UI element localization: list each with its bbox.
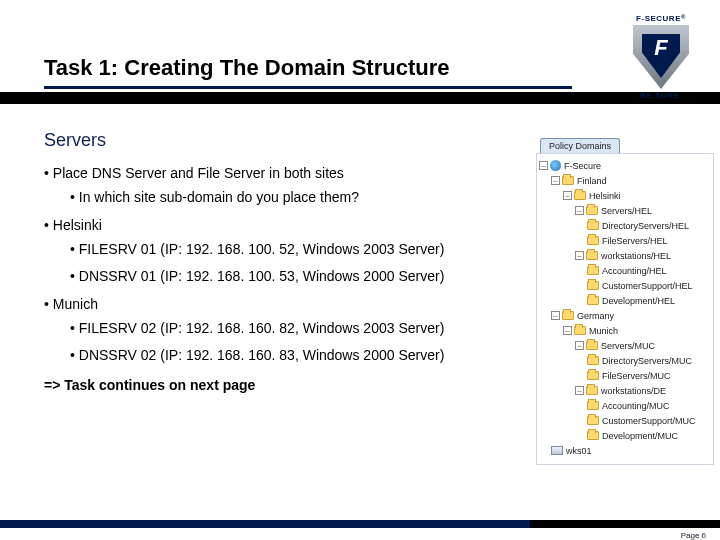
registered-mark: ® — [681, 14, 686, 20]
tree-node[interactable]: Accounting/MUC — [539, 398, 711, 413]
footer-bar — [0, 520, 720, 528]
bullet-item: DNSSRV 02 (IP: 192. 168. 160. 83, Window… — [70, 347, 524, 365]
tree-node[interactable]: –Finland — [539, 173, 711, 188]
slide-header: Task 1: Creating The Domain Structure F-… — [0, 0, 720, 98]
tree-label: Accounting/HEL — [602, 266, 667, 276]
tree-label: FileServers/HEL — [602, 236, 668, 246]
tree-label: Helsinki — [589, 191, 621, 201]
tree-label: DirectoryServers/MUC — [602, 356, 692, 366]
bullet-list: Place DNS Server and File Server in both… — [44, 165, 524, 365]
folder-icon — [587, 266, 599, 275]
brand-tagline: BE SURE. — [618, 91, 704, 100]
folder-icon — [587, 281, 599, 290]
folder-icon — [587, 416, 599, 425]
tree-label: Development/MUC — [602, 431, 678, 441]
folder-icon — [586, 341, 598, 350]
tree-body: –F-Secure –Finland –Helsinki –Servers/HE… — [536, 153, 714, 465]
tree-label: Development/HEL — [602, 296, 675, 306]
brand-name-text: F-SECURE — [636, 14, 681, 23]
bullet-item: FILESRV 02 (IP: 192. 168. 160. 82, Windo… — [70, 320, 524, 338]
tree-label: CustomerSupport/MUC — [602, 416, 696, 426]
tree-node[interactable]: –workstations/HEL — [539, 248, 711, 263]
folder-icon — [587, 296, 599, 305]
bullet-text: Place DNS Server and File Server in both… — [53, 165, 344, 181]
tree-label: Accounting/MUC — [602, 401, 670, 411]
tree-node[interactable]: CustomerSupport/HEL — [539, 278, 711, 293]
folder-icon — [562, 176, 574, 185]
tree-label: workstations/DE — [601, 386, 666, 396]
tree-label: DirectoryServers/HEL — [602, 221, 689, 231]
folder-icon — [587, 236, 599, 245]
bullet-item: FILESRV 01 (IP: 192. 168. 100. 52, Windo… — [70, 241, 524, 259]
tree-node[interactable]: FileServers/MUC — [539, 368, 711, 383]
collapse-icon[interactable]: – — [551, 311, 560, 320]
bullet-item: DNSSRV 01 (IP: 192. 168. 100. 53, Window… — [70, 268, 524, 286]
tree-label: wks01 — [566, 446, 592, 456]
tree-node[interactable]: –Munich — [539, 323, 711, 338]
header-band — [0, 92, 720, 104]
tree-tab[interactable]: Policy Domains — [540, 138, 620, 153]
collapse-icon[interactable]: – — [575, 206, 584, 215]
tree-label: Servers/HEL — [601, 206, 652, 216]
folder-icon — [587, 356, 599, 365]
page-number: Page 6 — [681, 531, 706, 540]
collapse-icon[interactable]: – — [575, 251, 584, 260]
tree-label: Finland — [577, 176, 607, 186]
folder-icon — [587, 221, 599, 230]
folder-icon — [586, 251, 598, 260]
bullet-text: Helsinki — [53, 217, 102, 233]
tree-label: workstations/HEL — [601, 251, 671, 261]
section-heading: Servers — [44, 130, 524, 151]
collapse-icon[interactable]: – — [563, 191, 572, 200]
folder-icon — [562, 311, 574, 320]
folder-icon — [574, 326, 586, 335]
bullet-item: Place DNS Server and File Server in both… — [44, 165, 524, 207]
folder-icon — [587, 431, 599, 440]
tree-label: Servers/MUC — [601, 341, 655, 351]
tree-node-root[interactable]: –F-Secure — [539, 158, 711, 173]
tree-node[interactable]: –Servers/MUC — [539, 338, 711, 353]
slide-title: Task 1: Creating The Domain Structure — [44, 55, 449, 81]
brand-logo: F-SECURE® BE SURE. — [618, 14, 704, 100]
tree-node[interactable]: FileServers/HEL — [539, 233, 711, 248]
shield-icon — [633, 25, 689, 89]
continues-note: => Task continues on next page — [44, 377, 524, 393]
folder-icon — [587, 371, 599, 380]
tree-node[interactable]: –workstations/DE — [539, 383, 711, 398]
tree-node[interactable]: DirectoryServers/HEL — [539, 218, 711, 233]
tree-node[interactable]: DirectoryServers/MUC — [539, 353, 711, 368]
tree-label: FileServers/MUC — [602, 371, 671, 381]
tree-label: Germany — [577, 311, 614, 321]
collapse-icon[interactable]: – — [563, 326, 572, 335]
bullet-item: In which site sub-domain do you place th… — [70, 189, 524, 207]
collapse-icon[interactable]: – — [575, 341, 584, 350]
tree-node[interactable]: –Germany — [539, 308, 711, 323]
tree-label: F-Secure — [564, 161, 601, 171]
collapse-icon[interactable]: – — [551, 176, 560, 185]
tree-node[interactable]: –Servers/HEL — [539, 203, 711, 218]
bullet-text: Munich — [53, 296, 98, 312]
tree-label: Munich — [589, 326, 618, 336]
tree-node[interactable]: Accounting/HEL — [539, 263, 711, 278]
folder-icon — [587, 401, 599, 410]
bullet-item: Helsinki FILESRV 01 (IP: 192. 168. 100. … — [44, 217, 524, 286]
tree-node[interactable]: CustomerSupport/MUC — [539, 413, 711, 428]
folder-icon — [574, 191, 586, 200]
tree-label: CustomerSupport/HEL — [602, 281, 693, 291]
host-icon — [551, 446, 563, 455]
content-area: Servers Place DNS Server and File Server… — [44, 130, 524, 393]
title-underline — [44, 86, 572, 89]
folder-icon — [586, 206, 598, 215]
collapse-icon[interactable]: – — [575, 386, 584, 395]
domain-tree-panel: Policy Domains –F-Secure –Finland –Helsi… — [536, 138, 714, 465]
collapse-icon[interactable]: – — [539, 161, 548, 170]
brand-name: F-SECURE® — [618, 14, 704, 23]
tree-node[interactable]: Development/HEL — [539, 293, 711, 308]
tree-node[interactable]: Development/MUC — [539, 428, 711, 443]
tree-node[interactable]: –Helsinki — [539, 188, 711, 203]
globe-icon — [550, 160, 561, 171]
bullet-item: Munich FILESRV 02 (IP: 192. 168. 160. 82… — [44, 296, 524, 365]
folder-icon — [586, 386, 598, 395]
tree-node-host[interactable]: wks01 — [539, 443, 711, 458]
